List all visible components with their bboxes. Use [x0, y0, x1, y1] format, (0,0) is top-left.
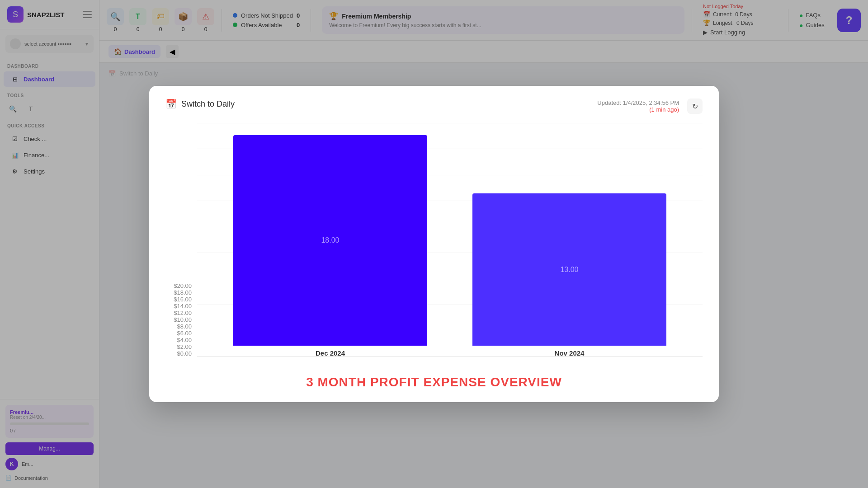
profit-expense-modal: 📅 Switch to Daily Updated: 1/4/2025, 2:3…: [149, 86, 719, 402]
switch-daily-label: Switch to Daily: [181, 99, 235, 109]
bar-nov-value-label: 13.00: [560, 266, 578, 274]
y-label-18: $18.00: [165, 289, 197, 296]
updated-label: Updated: 1/4/2025, 2:34:56 PM: [597, 99, 679, 106]
chart-area: $20.00 $18.00 $16.00 $14.00 $12.00 $10.0…: [165, 123, 703, 371]
y-label-16: $16.00: [165, 296, 197, 303]
y-label-14: $14.00: [165, 303, 197, 310]
y-label-6: $6.00: [165, 330, 197, 337]
y-label-8: $8.00: [165, 323, 197, 330]
bar-dec-month-label: Dec 2024: [316, 349, 345, 357]
y-label-10: $10.00: [165, 316, 197, 323]
footer-title: 3 MONTH PROFIT EXPENSE OVERVIEW: [306, 375, 562, 389]
chart-y-axis: $20.00 $18.00 $16.00 $14.00 $12.00 $10.0…: [165, 282, 197, 371]
calendar-icon-modal: 📅: [165, 99, 177, 109]
y-label-20: $20.00: [165, 282, 197, 289]
modal-overlay[interactable]: 📅 Switch to Daily Updated: 1/4/2025, 2:3…: [0, 0, 868, 488]
bar-nov2024: 13.00: [472, 193, 666, 346]
y-label-4: $4.00: [165, 337, 197, 343]
bar-dec-value-label: 18.00: [321, 236, 339, 244]
modal-update-info: Updated: 1/4/2025, 2:34:56 PM (1 min ago…: [597, 99, 679, 113]
modal-header: 📅 Switch to Daily Updated: 1/4/2025, 2:3…: [165, 99, 703, 114]
y-label-0: $0.00: [165, 350, 197, 357]
refresh-button[interactable]: ↻: [687, 99, 703, 114]
bar-nov-month-label: Nov 2024: [555, 349, 585, 357]
y-label-12: $12.00: [165, 310, 197, 316]
bar-group-dec2024: 18.00 Dec 2024: [233, 123, 427, 357]
chart-bars-row: 18.00 Dec 2024 13.00 Nov 2024: [197, 123, 703, 371]
modal-footer: 3 MONTH PROFIT EXPENSE OVERVIEW: [165, 371, 703, 389]
chart-bars-container: 18.00 Dec 2024 13.00 Nov 2024: [197, 123, 703, 371]
modal-update-section: Updated: 1/4/2025, 2:34:56 PM (1 min ago…: [597, 99, 703, 114]
y-label-2: $2.00: [165, 343, 197, 350]
bar-group-nov2024: 13.00 Nov 2024: [472, 123, 666, 357]
bar-dec2024: 18.00: [233, 135, 427, 346]
updated-ago-label: (1 min ago): [597, 106, 679, 113]
switch-to-daily-button[interactable]: 📅 Switch to Daily: [165, 99, 235, 109]
